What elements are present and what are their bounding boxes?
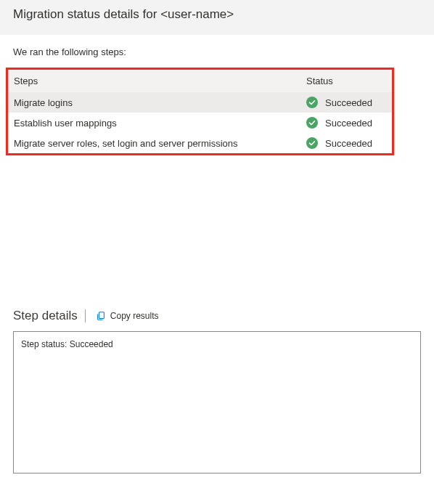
svg-point-1 (306, 117, 318, 129)
step-details-box: Step status: Succeeded (13, 331, 421, 473)
copy-results-button[interactable]: Copy results (91, 308, 163, 324)
step-status-text: Succeeded (325, 138, 372, 149)
table-row[interactable]: Migrate server roles, set login and serv… (8, 133, 392, 153)
copy-icon (96, 311, 106, 321)
step-status-cell: Succeeded (306, 117, 386, 129)
step-status-text: Succeeded (325, 118, 372, 129)
page-header: Migration status details for <user-name> (0, 0, 434, 35)
column-header-status: Status (306, 76, 386, 86)
intro-text: We ran the following steps: (0, 35, 434, 68)
svg-point-0 (306, 97, 318, 108)
step-name: Establish user mappings (14, 118, 306, 129)
step-status-line: Step status: Succeeded (21, 339, 413, 349)
step-details-header: Step details Copy results (0, 308, 434, 327)
step-status-cell: Succeeded (306, 137, 386, 149)
copy-results-label: Copy results (110, 311, 159, 321)
check-circle-icon (306, 117, 318, 129)
table-row[interactable]: Migrate logins Succeeded (8, 92, 392, 113)
step-name: Migrate logins (14, 97, 306, 108)
svg-rect-3 (99, 312, 104, 319)
steps-table-header: Steps Status (8, 70, 392, 92)
step-name: Migrate server roles, set login and serv… (14, 138, 306, 149)
check-circle-icon (306, 97, 318, 108)
column-header-steps: Steps (14, 76, 306, 86)
svg-point-2 (306, 137, 318, 149)
page-title: Migration status details for <user-name> (13, 7, 421, 22)
spacer (0, 155, 434, 308)
step-status-cell: Succeeded (306, 97, 386, 108)
check-circle-icon (306, 137, 318, 149)
divider (85, 309, 86, 322)
step-status-text: Succeeded (325, 97, 372, 108)
table-row[interactable]: Establish user mappings Succeeded (8, 113, 392, 133)
step-details-title: Step details (13, 309, 85, 323)
steps-table-highlight: Steps Status Migrate logins Succeeded Es… (6, 68, 394, 155)
